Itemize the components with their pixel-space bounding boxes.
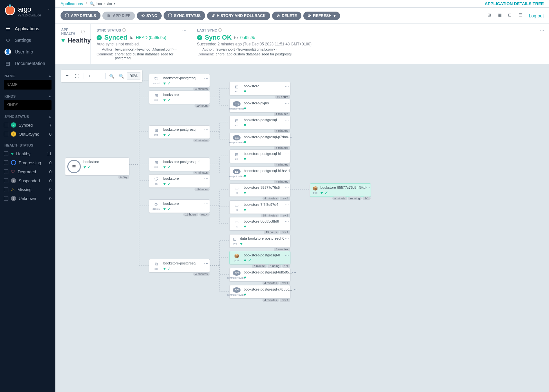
resource-node[interactable]: 🛡sabookstore♥✓⋮19 hours: [149, 174, 210, 188]
filter-unknown[interactable]: ?Unknown0: [0, 194, 55, 203]
resource-node[interactable]: ⧉stsbookstore-postgresql♥✓⋮4 minutes: [149, 259, 210, 272]
help-icon[interactable]: ⓘ: [218, 28, 222, 33]
node-menu-icon[interactable]: ⋮: [206, 160, 207, 164]
resource-node[interactable]: ESendpointslicebookstore-postgresql-p7dn…: [229, 133, 290, 146]
node-menu-icon[interactable]: ⋮: [286, 186, 288, 190]
help-icon[interactable]: ⓘ: [81, 29, 85, 34]
resource-node[interactable]: ESendpointslicebookstore-postgresql-hl-h…: [229, 167, 290, 180]
help-icon[interactable]: ⓘ: [122, 28, 126, 33]
heart-icon: ♥: [11, 151, 14, 156]
node-title: bookstore-postgresql-hl: [163, 160, 204, 164]
breadcrumb: Applications / 🔍bookstore: [61, 1, 115, 6]
collapse-icon[interactable]: ←: [47, 6, 53, 13]
menu-icon[interactable]: ⋯: [182, 28, 187, 33]
kinds-filter-input[interactable]: [4, 100, 52, 110]
filter-progressing[interactable]: Progressing0: [0, 158, 55, 167]
node-menu-icon[interactable]: ⋮: [286, 101, 288, 106]
kind-label: pvc: [233, 242, 237, 245]
sync-button[interactable]: ⟲SYNC: [137, 12, 162, 20]
logout-link[interactable]: Log out: [529, 13, 544, 18]
resource-node[interactable]: ▭rsbookstore-85577c76c5♥⋮4 minutesrev:4: [229, 183, 290, 197]
chevron-up-icon[interactable]: ▴: [49, 143, 51, 147]
chevron-up-icon[interactable]: ▴: [49, 114, 51, 119]
nav-settings[interactable]: ⚙ Settings: [0, 34, 55, 46]
node-menu-icon[interactable]: ⋮: [294, 270, 295, 275]
nav-docs[interactable]: ▤ Documentation: [0, 58, 55, 69]
zoom-in-icon[interactable]: +: [85, 72, 94, 80]
search-plus-icon[interactable]: 🔍: [108, 72, 116, 80]
kind-icon: ⊞: [235, 84, 239, 89]
node-menu-icon[interactable]: ⋮: [286, 203, 288, 207]
delete-button[interactable]: ⊘DELETE: [272, 12, 301, 20]
grid-view-icon[interactable]: ▦: [498, 13, 504, 19]
resource-node[interactable]: 🛡secretbookstore-postgresql♥✓⋮4 minutes: [149, 74, 210, 87]
chevron-up-icon[interactable]: ▴: [49, 94, 51, 98]
heart-icon: ♥: [163, 81, 166, 84]
sync-status-button[interactable]: ⓘSYNC STATUS: [164, 11, 205, 20]
status-row: APP HEALTHⓘ ♥Healthy ⋯ SYNC STATUSⓘ ✓Syn…: [55, 24, 549, 64]
zoom-out-icon[interactable]: −: [95, 72, 103, 80]
node-menu-icon[interactable]: ⋮: [292, 169, 293, 173]
resource-node[interactable]: ⊞epbookstore-postgresql♥⋮4 minutes: [229, 116, 290, 129]
network-view-icon[interactable]: ⊡: [508, 13, 515, 19]
tree-view-icon[interactable]: ⊞: [487, 13, 494, 19]
node-menu-icon[interactable]: ⋮: [206, 93, 207, 97]
kind-icon: ⊞: [235, 118, 239, 123]
node-menu-icon[interactable]: ⋮: [286, 219, 288, 224]
node-menu-icon[interactable]: ⋮: [126, 160, 127, 164]
resource-node[interactable]: ▭rsbookstore-86685c8fd8♥⋮19 hoursrev:1: [229, 217, 290, 231]
menu-icon[interactable]: ⋯: [540, 28, 545, 33]
filter-synced[interactable]: ✓Synced7: [0, 120, 55, 129]
search-minus-icon[interactable]: 🔍: [117, 72, 126, 80]
node-menu-icon[interactable]: ⋮: [206, 76, 207, 81]
node-menu-icon[interactable]: ⋮: [286, 152, 288, 156]
name-filter-input[interactable]: [4, 80, 52, 90]
nav-applications[interactable]: ☰ Applications: [0, 23, 55, 34]
list-view-icon[interactable]: ☰: [518, 13, 525, 19]
node-menu-icon[interactable]: ⋮: [206, 202, 207, 206]
resource-node[interactable]: ⊞svcbookstore♥✓⋮19 hours: [149, 91, 210, 104]
resource-node[interactable]: ▭rsbookstore-7f8f5d97d4♥⋮25 minutesrev:3: [229, 200, 290, 214]
resource-node[interactable]: 📦podbookstore-85577c76c5-rf5kd♥✓⋮a minut…: [310, 183, 371, 197]
tree-canvas[interactable]: ≡ ⛶ + − 🔍 🔍 90% ☰bookstore♥✓⋮a day🛡secre…: [55, 64, 549, 392]
nav-user[interactable]: 👤 User Info: [0, 46, 55, 58]
node-menu-icon[interactable]: ⋮: [286, 84, 288, 89]
root-node[interactable]: ☰bookstore♥✓⋮a day: [65, 158, 129, 176]
resource-node[interactable]: CRcontrollerrevisionbookstore-postgresql…: [229, 268, 290, 282]
resource-node[interactable]: ⊞svcbookstore-postgresql♥✓⋮4 minutes: [149, 125, 210, 139]
resource-node[interactable]: ESendpointslicebookstore-pxjhs♥⋮4 minute…: [229, 99, 290, 112]
node-menu-icon[interactable]: ⋮: [206, 177, 207, 181]
resource-node[interactable]: CRcontrollerrevisionbookstore-postgresql…: [229, 285, 290, 299]
kind-icon: 🛡: [154, 76, 158, 81]
node-menu-icon[interactable]: ⋮: [286, 253, 288, 258]
node-menu-icon[interactable]: ⋮: [286, 236, 288, 241]
filter-missing[interactable]: ⚠Missing0: [0, 185, 55, 194]
breadcrumb-root[interactable]: Applications: [61, 1, 83, 6]
resource-node[interactable]: ⊡pvcdata-bookstore-postgresql-0♥⋮4 minut…: [229, 234, 290, 248]
gear-icon: ⚙: [5, 37, 11, 43]
filter-degraded[interactable]: ♡Degraded0: [0, 167, 55, 176]
node-menu-icon[interactable]: ⋮: [206, 261, 207, 266]
kind-label: endpointslice: [229, 175, 244, 178]
resource-node[interactable]: ⟳deploybookstore♥✓⋮19 hoursrev:4: [149, 199, 210, 213]
node-menu-icon[interactable]: ⋮: [206, 128, 207, 132]
node-menu-icon[interactable]: ⋮: [290, 135, 291, 139]
history-button[interactable]: ↺HISTORY AND ROLLBACK: [207, 12, 270, 20]
filter-suspended[interactable]: ॥Suspended0: [0, 176, 55, 185]
node-menu-icon[interactable]: ⋮: [286, 118, 288, 122]
resource-node[interactable]: ⊞epbookstore♥⋮19 hours: [229, 82, 290, 95]
app-details-button[interactable]: ⓘAPP DETAILS: [61, 11, 100, 20]
chevron-up-icon[interactable]: ▴: [49, 74, 51, 78]
node-menu-icon[interactable]: ⋮: [294, 287, 295, 292]
list-icon[interactable]: ≡: [63, 72, 71, 80]
fit-icon[interactable]: ⛶: [73, 72, 81, 80]
filter-outofsync[interactable]: ↑OutOfSync0: [0, 129, 55, 139]
app-diff-button[interactable]: 🗎APP DIFF: [102, 12, 135, 20]
doc-icon: ▤: [5, 60, 11, 67]
resource-node[interactable]: 📦podbookstore-postgresql-0♥✓⋮a minuterun…: [229, 251, 290, 264]
resource-node[interactable]: ⊞svcbookstore-postgresql-hl♥✓⋮4 minutes: [149, 158, 210, 171]
filter-healthy[interactable]: ♥Healthy11: [0, 149, 55, 158]
refresh-button[interactable]: ⟳REFRESH▾: [303, 12, 340, 20]
resource-node[interactable]: ⊞epbookstore-postgresql-hl♥⋮4 minutes: [229, 149, 290, 163]
node-menu-icon[interactable]: ⋮: [367, 186, 369, 190]
